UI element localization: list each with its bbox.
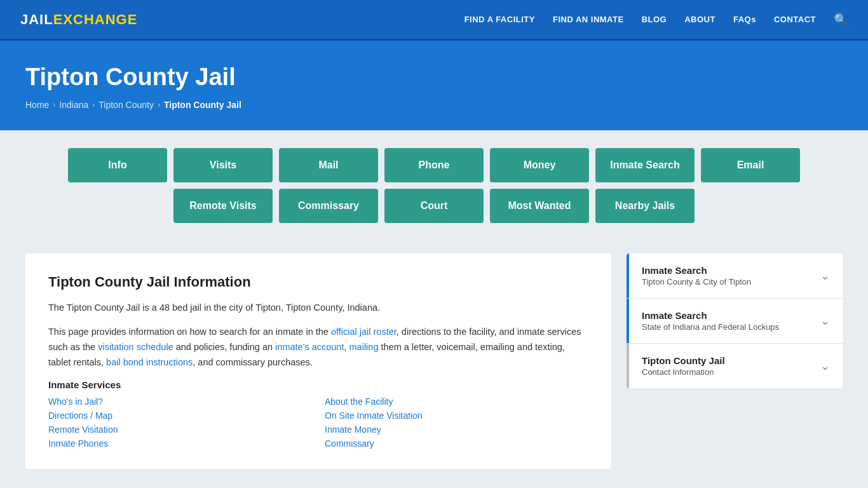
info-para-1: The Tipton County Jail is a 48 bed jail … [48,301,588,316]
info-para2-text1: This page provides information on how to… [48,327,331,337]
accordion-sub-1: Tipton County & City of Tipton [642,277,751,287]
accordion-header-2-text: Inmate Search State of Indiana and Feder… [642,310,779,332]
accordion-header-1-text: Inmate Search Tipton County & City of Ti… [642,265,751,287]
services-heading: Inmate Services [48,379,588,390]
header: JAILEXCHANGE FIND A FACILITY FIND AN INM… [0,0,868,41]
btn-court[interactable]: Court [384,189,484,223]
btn-info[interactable]: Info [68,148,167,182]
nav-contact[interactable]: CONTACT [774,15,816,24]
chevron-down-icon-1: ⌄ [820,269,830,283]
nav-blog[interactable]: BLOG [642,15,667,24]
chevron-down-icon-3: ⌄ [820,359,830,373]
accordion-header-3-text: Tipton County Jail Contact Information [642,355,725,377]
service-inmate-phones[interactable]: Inmate Phones [48,438,312,449]
search-icon-button[interactable]: 🔍 [834,13,848,27]
logo[interactable]: JAILEXCHANGE [20,11,137,28]
accordion-item-3: Tipton County Jail Contact Information ⌄ [627,344,843,388]
breadcrumb-tipton-county[interactable]: Tipton County [98,100,154,110]
info-para-2: This page provides information on how to… [48,325,588,370]
nav-find-facility[interactable]: FIND A FACILITY [465,15,535,24]
info-para2-text3: and policies, funding an [173,342,275,352]
accordion-sub-3: Contact Information [642,367,725,377]
main-nav: FIND A FACILITY FIND AN INMATE BLOG ABOU… [465,13,848,27]
service-inmate-money[interactable]: Inmate Money [325,424,588,435]
service-remote-visitation[interactable]: Remote Visitation [48,424,312,435]
nav-about[interactable]: ABOUT [684,15,715,24]
info-para2-end: , and commissary purchases. [193,357,313,367]
accordion-item-1: Inmate Search Tipton County & City of Ti… [627,254,843,299]
service-whos-in-jail[interactable]: Who's in Jail? [48,396,312,407]
services-grid: Who's in Jail? About the Facility Direct… [48,396,588,449]
info-para2-text4: , [344,342,349,352]
btn-nearby-jails[interactable]: Nearby Jails [595,189,695,223]
nav-faqs[interactable]: FAQs [733,15,756,24]
btn-phone[interactable]: Phone [384,148,484,182]
breadcrumb-current: Tipton County Jail [164,100,241,110]
breadcrumb-sep-2: › [92,100,95,109]
btn-inmate-search[interactable]: Inmate Search [595,148,695,182]
service-on-site-visitation[interactable]: On Site Inmate Visitation [325,410,588,421]
btn-mail[interactable]: Mail [279,148,378,182]
link-inmate-account[interactable]: inmate's account [275,342,344,352]
logo-exchange: EXCHANGE [53,11,138,28]
page-title: Tipton County Jail [25,64,843,91]
info-panel: Tipton County Jail Information The Tipto… [25,254,611,469]
accordion-header-3[interactable]: Tipton County Jail Contact Information ⌄ [627,344,843,388]
btn-remote-visits[interactable]: Remote Visits [173,189,273,223]
hero-banner: Tipton County Jail Home › Indiana › Tipt… [0,41,868,130]
btn-commissary[interactable]: Commissary [279,189,378,223]
btn-money[interactable]: Money [490,148,589,182]
right-sidebar: Inmate Search Tipton County & City of Ti… [627,254,843,388]
service-about-facility[interactable]: About the Facility [325,396,588,407]
accordion-item-2: Inmate Search State of Indiana and Feder… [627,299,843,344]
accordion-label-1: Inmate Search [642,265,751,276]
link-mailing[interactable]: mailing [349,342,379,352]
link-official-roster[interactable]: official jail roster [331,327,397,337]
service-buttons: Info Visits Mail Phone Money Inmate Sear… [0,130,868,236]
service-commissary[interactable]: Commissary [325,438,588,449]
breadcrumb-sep-3: › [158,100,160,109]
chevron-down-icon-2: ⌄ [820,314,830,328]
buttons-row-2: Remote Visits Commissary Court Most Want… [173,189,695,223]
btn-email[interactable]: Email [701,148,800,182]
logo-jail: JAIL [20,11,53,28]
accordion-sub-2: State of Indiana and Federal Lockups [642,322,779,332]
breadcrumb: Home › Indiana › Tipton County › Tipton … [25,100,843,110]
breadcrumb-indiana[interactable]: Indiana [59,100,88,110]
accordion-header-2[interactable]: Inmate Search State of Indiana and Feder… [627,299,843,343]
buttons-row-1: Info Visits Mail Phone Money Inmate Sear… [68,148,800,182]
link-bail-bond[interactable]: bail bond instructions [106,357,193,367]
info-section-title: Tipton County Jail Information [48,274,588,290]
breadcrumb-sep-1: › [53,100,55,109]
btn-visits[interactable]: Visits [173,148,273,182]
breadcrumb-home[interactable]: Home [25,100,49,110]
service-directions[interactable]: Directions / Map [48,410,312,421]
accordion-label-2: Inmate Search [642,310,779,321]
btn-most-wanted[interactable]: Most Wanted [490,189,589,223]
nav-find-inmate[interactable]: FIND AN INMATE [553,15,624,24]
main-content: Tipton County Jail Information The Tipto… [0,236,868,488]
accordion-header-1[interactable]: Inmate Search Tipton County & City of Ti… [627,254,843,298]
accordion-label-3: Tipton County Jail [642,355,725,366]
link-visitation-schedule[interactable]: visitation schedule [98,342,173,352]
